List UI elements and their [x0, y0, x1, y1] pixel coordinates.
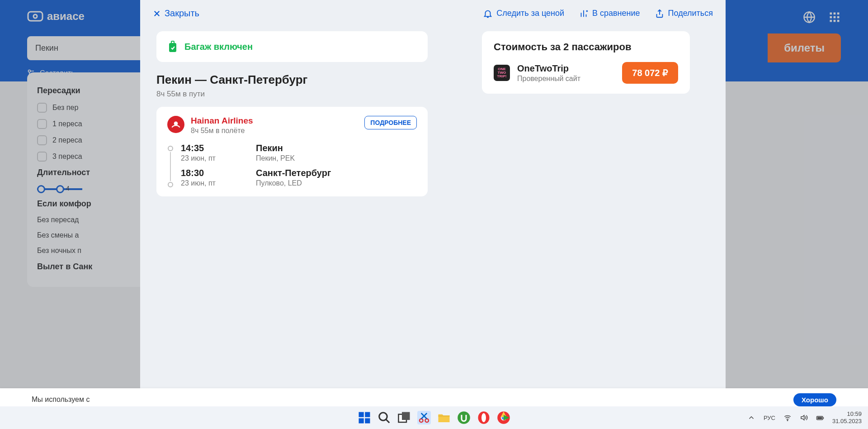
close-icon: [153, 10, 161, 18]
ticket-details-modal: Закрыть Следить за ценой В сравнение Под…: [140, 0, 726, 400]
share-icon: [655, 9, 665, 19]
departure-airport: Пекин, PEK: [256, 154, 295, 162]
svg-rect-20: [365, 418, 370, 423]
svg-rect-19: [359, 418, 364, 423]
svg-rect-14: [169, 43, 176, 52]
search-icon[interactable]: [377, 411, 391, 424]
details-button[interactable]: ПОДРОБНЕЕ: [364, 116, 417, 129]
flight-duration: 8ч 55м в полёте: [191, 127, 253, 135]
close-label: Закрыть: [165, 8, 199, 19]
utorrent-icon[interactable]: [457, 411, 471, 424]
svg-point-29: [481, 413, 486, 422]
svg-point-33: [787, 420, 788, 421]
agent-subtitle: Проверенный сайт: [517, 75, 615, 83]
airline-logo: [167, 116, 184, 133]
baggage-text: Багаж включен: [184, 42, 253, 52]
svg-rect-35: [823, 417, 824, 419]
svg-point-16: [174, 122, 178, 126]
date-text: 31.05.2023: [832, 418, 862, 425]
arrival-airport: Пулково, LED: [256, 179, 331, 187]
flight-segment-card: Hainan Airlines 8ч 55м в полёте ПОДРОБНЕ…: [156, 107, 428, 196]
close-button[interactable]: Закрыть: [153, 8, 199, 19]
language-indicator[interactable]: РУС: [764, 415, 775, 421]
cookie-text: Мы используем с: [32, 396, 90, 404]
svg-rect-23: [402, 412, 410, 420]
svg-point-24: [420, 419, 423, 423]
svg-rect-26: [439, 415, 450, 417]
route-duration: 8ч 55м в пути: [156, 90, 428, 99]
svg-point-25: [425, 419, 429, 423]
svg-point-21: [379, 413, 387, 421]
svg-rect-18: [365, 412, 370, 417]
clock[interactable]: 10:59 31.05.2023: [832, 410, 862, 424]
taskview-icon[interactable]: [397, 411, 411, 424]
arrival-time: 18:30: [181, 168, 240, 178]
chrome-icon[interactable]: [497, 411, 510, 424]
price-card: Стоимость за 2 пассажиров ONE TWO TRIP! …: [482, 31, 690, 94]
svg-rect-15: [171, 41, 174, 43]
arrival-city: Санкт-Петербург: [256, 168, 331, 178]
svg-rect-17: [359, 412, 364, 417]
price-title: Стоимость за 2 пассажиров: [494, 41, 678, 53]
agent-name: OneTwoTrip: [517, 63, 615, 74]
timeline-rail: [167, 143, 174, 187]
follow-price-button[interactable]: Следить за ценой: [483, 9, 564, 19]
svg-rect-36: [817, 417, 822, 419]
snipping-tool-icon[interactable]: [417, 411, 431, 424]
time-text: 10:59: [832, 410, 862, 418]
wifi-icon[interactable]: [783, 414, 792, 422]
airline-name: Hainan Airlines: [191, 116, 253, 126]
arrival-date: 23 июн, пт: [181, 179, 240, 187]
battery-icon[interactable]: [816, 414, 824, 422]
compare-icon: [579, 9, 589, 19]
buy-button[interactable]: 78 072 ₽: [622, 62, 678, 84]
departure-date: 23 июн, пт: [181, 154, 240, 162]
departure-city: Пекин: [256, 143, 295, 153]
svg-point-27: [458, 411, 470, 424]
agent-logo: ONE TWO TRIP!: [494, 65, 510, 81]
departure-row: 14:35 23 июн, пт Пекин Пекин, PEK: [181, 143, 417, 162]
explorer-icon[interactable]: [437, 411, 451, 424]
baggage-icon: [167, 40, 178, 53]
volume-icon[interactable]: [800, 414, 808, 422]
baggage-badge: Багаж включен: [156, 31, 428, 62]
follow-label: Следить за ценой: [496, 9, 564, 18]
opera-icon[interactable]: [477, 411, 491, 424]
windows-taskbar: РУС 10:59 31.05.2023: [0, 406, 868, 429]
route-title: Пекин — Санкт-Петербург: [156, 73, 428, 87]
share-button[interactable]: Поделиться: [655, 9, 713, 19]
chevron-up-icon[interactable]: [747, 414, 755, 422]
departure-time: 14:35: [181, 143, 240, 153]
start-button[interactable]: [358, 411, 371, 424]
arrival-row: 18:30 23 июн, пт Санкт-Петербург Пулково…: [181, 168, 417, 187]
compare-button[interactable]: В сравнение: [579, 9, 640, 19]
cookie-accept-button[interactable]: Хорошо: [793, 393, 836, 406]
share-label: Поделиться: [668, 9, 713, 18]
bell-icon: [483, 9, 493, 19]
compare-label: В сравнение: [592, 9, 640, 18]
